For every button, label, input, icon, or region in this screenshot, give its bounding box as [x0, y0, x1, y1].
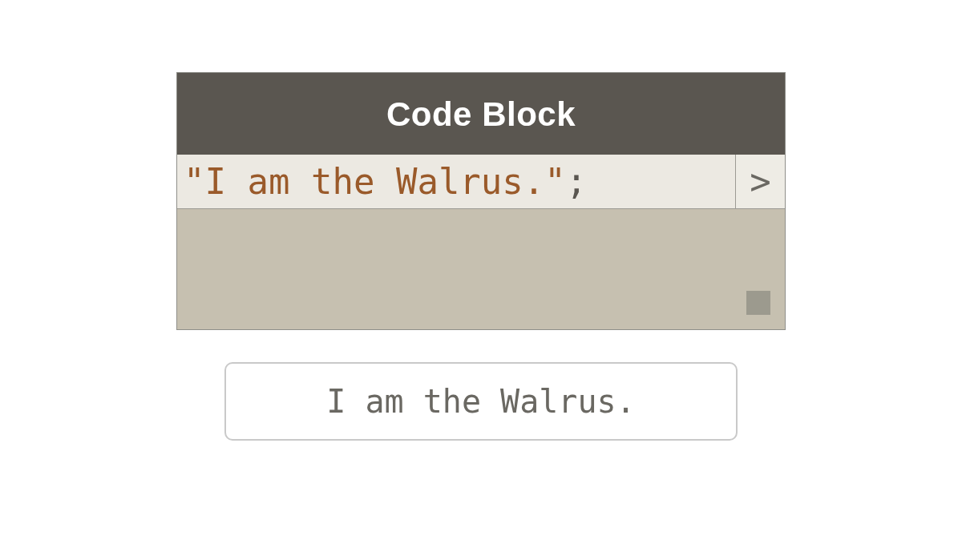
- code-input-row: "I am the Walrus."; >: [177, 155, 785, 209]
- code-input[interactable]: "I am the Walrus.";: [177, 155, 735, 208]
- output-text: I am the Walrus.: [326, 383, 635, 420]
- chevron-right-icon: >: [750, 161, 771, 202]
- output-box: I am the Walrus.: [224, 362, 738, 441]
- run-button[interactable]: >: [735, 155, 785, 208]
- code-block-panel: Code Block "I am the Walrus."; >: [176, 72, 786, 330]
- code-block-title: Code Block: [177, 73, 785, 155]
- code-output-area: [177, 209, 785, 329]
- code-string-literal: "I am the Walrus.": [184, 161, 566, 202]
- code-semicolon: ;: [566, 161, 588, 202]
- resize-handle-icon[interactable]: [746, 291, 770, 315]
